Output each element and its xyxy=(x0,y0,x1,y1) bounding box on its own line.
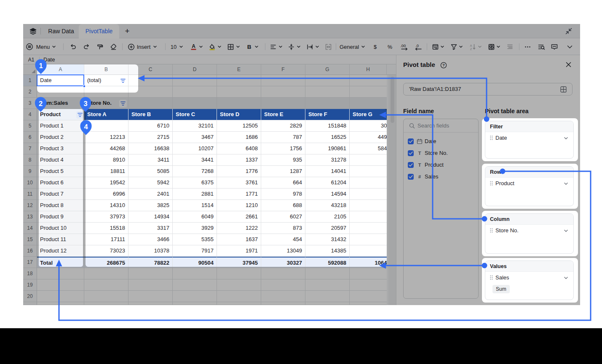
cell-C3[interactable] xyxy=(128,98,173,109)
cell-B5[interactable] xyxy=(84,120,128,132)
cell-F14[interactable]: 873 xyxy=(261,223,305,234)
row-header-2[interactable]: 2 xyxy=(23,86,37,98)
cell-G21[interactable] xyxy=(305,302,350,305)
cell-B15[interactable]: 17111 xyxy=(84,234,128,245)
area-field-date[interactable]: Date xyxy=(485,132,573,144)
redo-icon[interactable] xyxy=(81,38,92,55)
area-field-product[interactable]: Product xyxy=(485,178,573,189)
row-header-11[interactable]: 11 xyxy=(23,189,37,200)
cell-store-header-4[interactable]: Store D xyxy=(217,109,261,120)
cell-product-1[interactable]: Product 1 xyxy=(37,120,84,132)
vertical-align-icon[interactable] xyxy=(286,38,297,55)
filter-dropdown-icon[interactable] xyxy=(76,111,84,119)
cell-C9[interactable]: 5085 xyxy=(128,166,173,177)
add-sheet-button[interactable]: + xyxy=(123,27,132,36)
comment-icon[interactable] xyxy=(549,38,560,55)
cell-product-4[interactable]: Product 4 xyxy=(37,154,84,166)
cell-E12[interactable]: 1210 xyxy=(217,200,261,211)
chevron-down-icon[interactable] xyxy=(217,38,222,55)
decrease-decimal-icon[interactable]: .0 xyxy=(413,38,424,55)
close-icon[interactable] xyxy=(565,61,572,68)
cell-D6[interactable]: 3467 xyxy=(173,132,217,143)
cell-total-label[interactable]: Total xyxy=(37,257,84,268)
search-fields-box[interactable]: Search fields xyxy=(404,119,478,133)
select-all-corner[interactable] xyxy=(23,64,37,75)
cell-total-1[interactable]: 268675 xyxy=(84,257,128,268)
area-field-sales[interactable]: Sales xyxy=(485,272,573,284)
checkbox-checked[interactable] xyxy=(408,162,414,168)
column-header-G[interactable]: G xyxy=(305,64,350,75)
cell-D15[interactable]: 5355 xyxy=(173,234,217,245)
cell-product-12[interactable]: Product 12 xyxy=(37,245,84,257)
sheet-list-icon[interactable] xyxy=(29,27,37,35)
cell-E16[interactable]: 1971 xyxy=(217,245,261,257)
cell-D19[interactable] xyxy=(173,279,217,291)
cell-C13[interactable]: 14934 xyxy=(128,211,173,223)
cell-G10[interactable]: 61204 xyxy=(305,177,350,189)
cell-B19[interactable] xyxy=(84,279,128,291)
cell-G12[interactable]: 43218 xyxy=(305,200,350,211)
more-icon[interactable] xyxy=(522,38,533,55)
cell-store-header-2[interactable]: Store B xyxy=(128,109,173,120)
chevron-down-icon[interactable] xyxy=(495,38,501,55)
row-header-18[interactable]: 18 xyxy=(23,268,37,279)
cell-B2[interactable] xyxy=(84,86,128,98)
chevron-down-icon[interactable] xyxy=(152,38,158,55)
field-item-date[interactable]: Date xyxy=(404,136,478,147)
cell-B6[interactable]: 12213 xyxy=(84,132,128,143)
cell-B7[interactable]: 44268 xyxy=(84,143,128,154)
cell-G19[interactable] xyxy=(305,279,350,291)
select-range-icon[interactable] xyxy=(560,86,567,93)
number-format-select[interactable]: General xyxy=(334,38,364,55)
cell-store-header-5[interactable]: Store E xyxy=(261,109,305,120)
cell-G14[interactable]: 20597 xyxy=(305,223,350,234)
cell-E6[interactable]: 1686 xyxy=(217,132,261,143)
field-item-product[interactable]: TProduct xyxy=(404,159,478,171)
chevron-down-icon[interactable] xyxy=(278,38,284,55)
cell-store-header-3[interactable]: Store C xyxy=(173,109,217,120)
cell-total-2[interactable]: 78822 xyxy=(128,257,173,268)
cell-F10[interactable]: 664 xyxy=(261,177,305,189)
cell-E19[interactable] xyxy=(217,279,261,291)
cell-store-header-6[interactable]: Store F xyxy=(305,109,350,120)
chevron-down-icon[interactable] xyxy=(198,38,204,55)
cell-D13[interactable]: 6049 xyxy=(173,211,217,223)
cell-product-7[interactable]: Product 7 xyxy=(37,189,84,200)
formula-input[interactable]: Date xyxy=(43,55,55,64)
cell-D2[interactable] xyxy=(173,86,217,98)
row-header-19[interactable]: 19 xyxy=(23,279,37,291)
cell-G3[interactable] xyxy=(305,98,350,109)
cell-F19[interactable] xyxy=(261,279,305,291)
cell-C1[interactable] xyxy=(128,75,173,86)
cell-B21[interactable] xyxy=(84,302,128,305)
cell-B13[interactable]: 37973 xyxy=(84,211,128,223)
cell-total-3[interactable]: 90504 xyxy=(173,257,217,268)
cell-G13[interactable]: 2105 xyxy=(305,211,350,223)
row-header-9[interactable]: 9 xyxy=(23,166,37,177)
cell-C11[interactable]: 2401 xyxy=(128,189,173,200)
cell-D8[interactable]: 3441 xyxy=(173,154,217,166)
cell-E20[interactable] xyxy=(217,291,261,302)
checkbox-checked[interactable] xyxy=(408,174,414,180)
cell-A18[interactable] xyxy=(37,268,84,279)
chevron-down-icon[interactable] xyxy=(51,38,57,55)
cell-G7[interactable]: 190861 xyxy=(305,143,350,154)
cell-A2[interactable] xyxy=(37,86,84,98)
cell-F11[interactable]: 978 xyxy=(261,189,305,200)
row-header-16[interactable]: 16 xyxy=(23,245,37,257)
cell-A21[interactable] xyxy=(37,302,84,305)
font-color-icon[interactable]: A xyxy=(188,38,199,55)
chevron-down-icon[interactable] xyxy=(439,38,445,55)
cell-product-11[interactable]: Product 11 xyxy=(37,234,84,245)
cell-C20[interactable] xyxy=(128,291,173,302)
fill-color-icon[interactable] xyxy=(206,38,217,55)
column-header-A[interactable]: A xyxy=(37,64,84,75)
cell-C7[interactable]: 16638 xyxy=(128,143,173,154)
chevron-down-icon[interactable] xyxy=(296,38,302,55)
filter-dropdown-icon[interactable] xyxy=(119,100,127,107)
cell-G1[interactable] xyxy=(305,75,350,86)
checkbox-checked[interactable] xyxy=(408,138,414,144)
cell-B9[interactable]: 18811 xyxy=(84,166,128,177)
cell-D21[interactable] xyxy=(173,302,217,305)
row-header-13[interactable]: 13 xyxy=(23,211,37,223)
